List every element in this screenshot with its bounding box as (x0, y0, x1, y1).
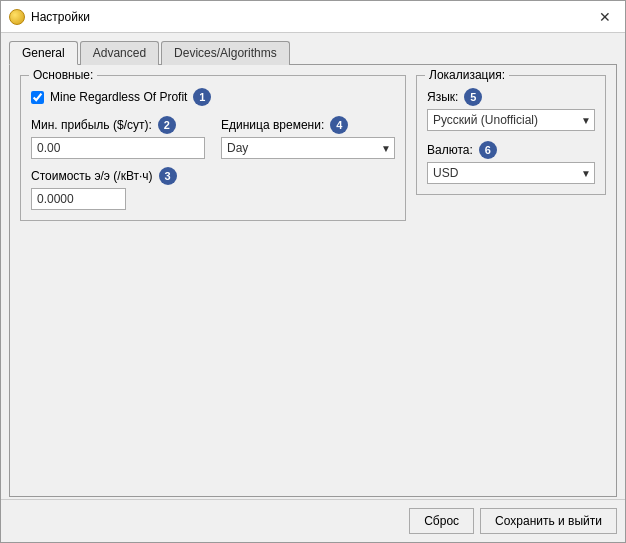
checkbox-row: Mine Regardless Of Profit 1 (31, 88, 395, 106)
tab-advanced[interactable]: Advanced (80, 41, 159, 65)
tab-devices[interactable]: Devices/Algorithms (161, 41, 290, 65)
app-icon (9, 9, 25, 25)
basics-group-title: Основные: (29, 68, 97, 82)
time-unit-select-wrapper: Day Hour Week ▼ (221, 137, 395, 159)
left-section: Основные: Mine Regardless Of Profit 1 Ми… (20, 75, 406, 486)
title-bar: Настройки ✕ (1, 1, 625, 33)
currency-select-wrapper: USD EUR RUB ▼ (427, 162, 595, 184)
close-button[interactable]: ✕ (593, 5, 617, 29)
window-title: Настройки (31, 10, 593, 24)
badge-1: 1 (193, 88, 211, 106)
tab-general[interactable]: General (9, 41, 78, 65)
mine-regardless-checkbox[interactable] (31, 91, 44, 104)
lang-label-row: Язык: 5 (427, 88, 595, 106)
basics-group: Основные: Mine Regardless Of Profit 1 Ми… (20, 75, 406, 221)
footer-bar: Сброс Сохранить и выйти (1, 499, 625, 542)
lang-select[interactable]: Русский (Unofficial) English (427, 109, 595, 131)
coin-icon (9, 9, 25, 25)
lang-label: Язык: (427, 90, 458, 104)
time-unit-label: Единица времени: (221, 118, 324, 132)
time-unit-label-row: Единица времени: 4 (221, 116, 395, 134)
badge-2: 2 (158, 116, 176, 134)
localization-group-title: Локализация: (425, 68, 509, 82)
min-profit-input[interactable] (31, 137, 205, 159)
min-profit-field-group: Мин. прибыль ($/сут): 2 (31, 116, 205, 159)
badge-5: 5 (464, 88, 482, 106)
cost-field-group: Стоимость э/э (/кВт·ч) 3 (31, 167, 395, 210)
badge-4: 4 (330, 116, 348, 134)
cost-label: Стоимость э/э (/кВт·ч) (31, 169, 153, 183)
badge-6: 6 (479, 141, 497, 159)
min-profit-label-row: Мин. прибыль ($/сут): 2 (31, 116, 205, 134)
reset-button[interactable]: Сброс (409, 508, 474, 534)
localization-group: Локализация: Язык: 5 Русский (Unofficial… (416, 75, 606, 195)
profit-time-row: Мин. прибыль ($/сут): 2 Единица времени:… (31, 116, 395, 159)
badge-3: 3 (159, 167, 177, 185)
currency-label-row: Валюта: 6 (427, 141, 595, 159)
time-unit-field-group: Единица времени: 4 Day Hour Week ▼ (221, 116, 395, 159)
right-section: Локализация: Язык: 5 Русский (Unofficial… (416, 75, 606, 486)
cost-input[interactable] (31, 188, 126, 210)
time-unit-select[interactable]: Day Hour Week (221, 137, 395, 159)
lang-field-group: Язык: 5 Русский (Unofficial) English ▼ (427, 88, 595, 131)
currency-select[interactable]: USD EUR RUB (427, 162, 595, 184)
lang-select-wrapper: Русский (Unofficial) English ▼ (427, 109, 595, 131)
tab-bar: General Advanced Devices/Algorithms (9, 41, 617, 65)
currency-label: Валюта: (427, 143, 473, 157)
tab-content-general: Основные: Mine Regardless Of Profit 1 Ми… (9, 64, 617, 497)
save-button[interactable]: Сохранить и выйти (480, 508, 617, 534)
settings-window: Настройки ✕ General Advanced Devices/Alg… (0, 0, 626, 543)
currency-field-group: Валюта: 6 USD EUR RUB ▼ (427, 141, 595, 184)
min-profit-label: Мин. прибыль ($/сут): (31, 118, 152, 132)
mine-regardless-label: Mine Regardless Of Profit (50, 90, 187, 104)
cost-label-row: Стоимость э/э (/кВт·ч) 3 (31, 167, 395, 185)
content-area: General Advanced Devices/Algorithms Осно… (1, 33, 625, 497)
